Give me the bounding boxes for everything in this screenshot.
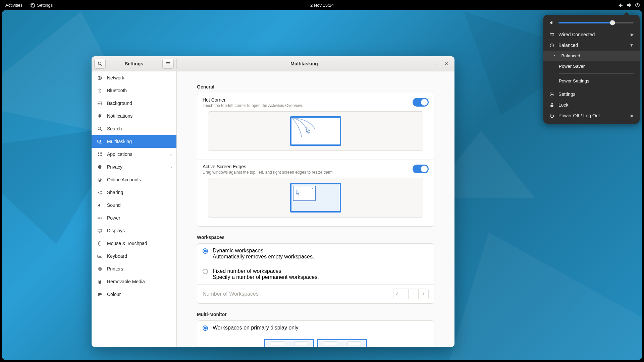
svg-rect-7 bbox=[100, 152, 102, 154]
sidebar-item-sound[interactable]: Sound bbox=[92, 199, 176, 212]
num-workspaces-label: Number of Workspaces bbox=[203, 291, 259, 297]
minimize-button[interactable]: — bbox=[432, 60, 438, 67]
svg-rect-16 bbox=[98, 218, 100, 219]
sidebar-item-label: Printers bbox=[107, 266, 123, 272]
power-icon bbox=[97, 215, 102, 221]
svg-rect-28 bbox=[551, 105, 553, 107]
sidebar-item-bluetooth[interactable]: Bluetooth bbox=[92, 84, 176, 97]
active-edges-illustration: ✕ bbox=[208, 178, 423, 218]
background-icon bbox=[97, 101, 102, 106]
num-workspaces-input[interactable] bbox=[393, 289, 408, 299]
sidebar-item-colour[interactable]: Colour bbox=[92, 288, 176, 301]
sidebar-item-label: Power bbox=[107, 215, 120, 221]
sidebar-item-multitasking[interactable]: Multitasking bbox=[92, 135, 176, 148]
removable-media-icon bbox=[97, 279, 102, 284]
sidebar-item-label: Sharing bbox=[107, 190, 123, 195]
spin-minus-button[interactable]: − bbox=[408, 289, 418, 299]
page-title: Multitasking bbox=[177, 61, 432, 66]
chevron-right-icon: › bbox=[170, 152, 172, 157]
sidebar-item-online-accounts[interactable]: @Online Accounts bbox=[92, 173, 176, 186]
active-edges-row: Active Screen Edges Drag windows against… bbox=[197, 160, 434, 226]
svg-point-12 bbox=[100, 190, 102, 192]
fixed-workspaces-radio[interactable]: Fixed number of workspaces Specify a num… bbox=[197, 264, 434, 285]
close-button[interactable]: ✕ bbox=[443, 60, 450, 67]
radio-on-icon bbox=[203, 248, 208, 254]
power-mode-icon bbox=[549, 43, 554, 48]
radio-on-icon bbox=[203, 325, 208, 331]
active-edges-toggle[interactable] bbox=[413, 165, 429, 173]
spin-plus-button[interactable]: + bbox=[418, 289, 428, 299]
system-tray-popover: Wired Connected▶ Balanced▼ •Balanced Pow… bbox=[543, 15, 640, 124]
tray-wired[interactable]: Wired Connected▶ bbox=[543, 29, 640, 40]
activities-label: Activities bbox=[5, 3, 22, 8]
sidebar-title: Settings bbox=[106, 61, 162, 66]
tray-lock[interactable]: Lock bbox=[543, 100, 640, 110]
search-icon bbox=[98, 61, 103, 66]
hot-corner-row: Hot Corner Touch the top-left corner to … bbox=[197, 93, 434, 160]
settings-content[interactable]: General Hot Corner Touch the top-left co… bbox=[177, 71, 454, 347]
multitasking-icon bbox=[97, 139, 102, 144]
activities-button[interactable]: Activities bbox=[4, 3, 24, 8]
sidebar-item-sharing[interactable]: Sharing bbox=[92, 186, 176, 199]
radio-off-icon bbox=[203, 269, 208, 274]
sidebar-item-privacy[interactable]: Privacy› bbox=[92, 161, 176, 173]
sidebar-item-label: Network bbox=[107, 75, 124, 80]
settings-sidebar: NetworkBluetoothBackgroundNotificationsS… bbox=[92, 71, 177, 347]
clock[interactable]: 2 Nov 15:24 bbox=[310, 3, 334, 8]
power-icon bbox=[549, 113, 554, 118]
hot-corner-toggle[interactable] bbox=[413, 98, 429, 107]
app-menu[interactable]: Settings bbox=[29, 3, 54, 8]
sidebar-item-search[interactable]: Search bbox=[92, 122, 176, 135]
network-icon[interactable] bbox=[618, 3, 623, 8]
sidebar-item-removable-media[interactable]: Removable Media bbox=[92, 275, 176, 288]
hot-corner-title: Hot Corner bbox=[203, 97, 429, 103]
sidebar-item-power[interactable]: Power bbox=[92, 212, 176, 224]
chevron-down-icon: ▼ bbox=[630, 43, 634, 48]
hamburger-button[interactable] bbox=[162, 59, 174, 69]
privacy-icon bbox=[97, 164, 102, 170]
volume-icon[interactable] bbox=[627, 3, 632, 8]
app-menu-label: Settings bbox=[37, 3, 53, 8]
sidebar-item-displays[interactable]: Displays bbox=[92, 224, 176, 237]
svg-point-13 bbox=[100, 193, 102, 194]
tray-balanced[interactable]: •Balanced bbox=[543, 51, 640, 61]
network-icon bbox=[97, 75, 102, 80]
volume-slider[interactable] bbox=[558, 22, 634, 23]
sidebar-item-notifications[interactable]: Notifications bbox=[92, 110, 176, 122]
workspaces-primary-radio[interactable]: Workspaces on primary display only bbox=[197, 321, 434, 335]
svg-rect-25 bbox=[550, 33, 554, 36]
tray-power-mode[interactable]: Balanced▼ bbox=[543, 40, 640, 51]
chevron-right-icon: ▶ bbox=[631, 113, 634, 118]
sidebar-item-label: Colour bbox=[107, 292, 121, 297]
tray-poweroff[interactable]: Power Off / Log Out▶ bbox=[543, 110, 640, 121]
tray-power-settings[interactable]: Power Settings bbox=[543, 76, 640, 86]
sidebar-item-network[interactable]: Network bbox=[92, 71, 176, 84]
online-accounts-icon: @ bbox=[97, 177, 102, 182]
top-panel: Activities Settings 2 Nov 15:24 bbox=[0, 0, 644, 10]
sidebar-item-mouse-touchpad[interactable]: Mouse & Touchpad bbox=[92, 237, 176, 250]
multimonitor-illustration bbox=[197, 335, 434, 347]
sharing-icon bbox=[97, 190, 102, 195]
svg-rect-8 bbox=[98, 155, 99, 156]
num-workspaces-row: Number of Workspaces − + bbox=[197, 285, 434, 303]
svg-rect-9 bbox=[100, 155, 102, 156]
sound-icon bbox=[97, 202, 102, 208]
sidebar-item-label: Notifications bbox=[107, 113, 132, 119]
tray-power-saver[interactable]: Power Saver bbox=[543, 61, 640, 71]
num-workspaces-spinner: − + bbox=[393, 289, 429, 299]
svg-rect-15 bbox=[101, 218, 102, 219]
sidebar-item-printers[interactable]: Printers bbox=[92, 262, 176, 275]
sidebar-item-label: Search bbox=[107, 126, 122, 131]
dynamic-workspaces-radio[interactable]: Dynamic workspaces Automatically removes… bbox=[197, 244, 434, 264]
tray-settings[interactable]: Settings bbox=[543, 89, 640, 100]
sidebar-item-label: Privacy bbox=[107, 164, 122, 170]
sidebar-item-label: Bluetooth bbox=[107, 88, 127, 93]
svg-rect-24 bbox=[99, 280, 100, 281]
search-button[interactable] bbox=[94, 59, 106, 69]
sidebar-item-keyboard[interactable]: Keyboard bbox=[92, 250, 176, 262]
power-icon[interactable] bbox=[635, 3, 640, 8]
sidebar-item-applications[interactable]: Applications› bbox=[92, 148, 176, 161]
notifications-icon bbox=[97, 113, 102, 119]
sidebar-item-background[interactable]: Background bbox=[92, 97, 176, 110]
wired-icon bbox=[549, 32, 554, 37]
